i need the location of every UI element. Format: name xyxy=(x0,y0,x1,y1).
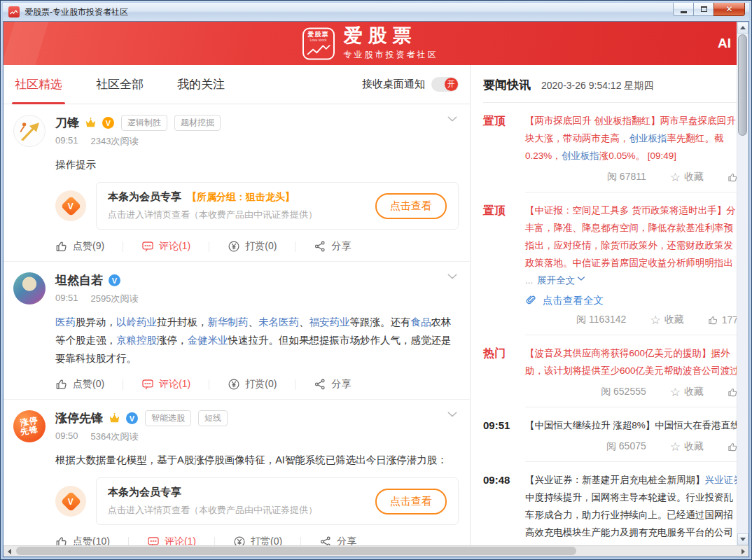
author-name[interactable]: 涨停先锋 xyxy=(55,410,103,426)
view-detail-button[interactable]: 点击查看 xyxy=(375,193,447,219)
news-link[interactable]: 创业板指 xyxy=(562,150,599,161)
member-title: 本条为会员专享 xyxy=(108,486,181,499)
news-text: 丰富，降准、降息都有空间，降低存款基准利率预 xyxy=(525,223,733,233)
stock-link[interactable]: 食品 xyxy=(411,316,431,328)
member-desc: 点击进入详情页查看（本收费产品由中讯证券提供） xyxy=(108,209,368,221)
minimize-button[interactable] xyxy=(673,3,694,16)
share-icon xyxy=(314,378,326,391)
news-link[interactable]: 兴业证券 xyxy=(705,475,737,485)
author-name[interactable]: 坦然自若 xyxy=(55,272,103,288)
vertical-scroll-track[interactable] xyxy=(737,34,748,533)
favorite-button[interactable]: ☆收藏 xyxy=(670,386,704,398)
action-label: 评论(1) xyxy=(159,378,190,391)
comment-button[interactable]: 评论(1) xyxy=(141,378,190,391)
yen-button[interactable]: 打赏(0) xyxy=(228,378,277,391)
favorite-label: 收藏 xyxy=(684,386,704,398)
news-item: 置顶【中证报：空间足工具多 货币政策将适时出手】分丰富，降准、降息都有空间，降低… xyxy=(483,192,737,335)
stock-link[interactable]: 京粮控股 xyxy=(116,335,157,346)
view-full-link[interactable]: 点击查看全文 xyxy=(525,294,737,307)
thumbs-up-button[interactable]: 点赞(9) xyxy=(55,240,104,253)
maximize-icon xyxy=(701,6,707,12)
scroll-right-button[interactable] xyxy=(737,546,748,556)
post-text: 等跟涨。还有 xyxy=(350,316,411,328)
member-desc: 点击进入详情页查看（本收费产品由中讯证券提供） xyxy=(108,504,368,517)
author-name[interactable]: 刀锋 xyxy=(55,115,79,131)
stock-link[interactable]: 医药 xyxy=(55,316,76,328)
stock-link[interactable]: 新华制药 xyxy=(208,316,249,328)
share-button[interactable]: 分享 xyxy=(319,536,356,545)
app-logo: 爱股票 Love stock xyxy=(302,27,335,59)
news-text: 政策落地。中信证券首席固定收益分析师明明指出 xyxy=(525,258,733,268)
v-badge-blue: V xyxy=(109,274,120,286)
comment-button[interactable]: 评论(1) xyxy=(141,240,190,253)
yen-button[interactable]: 打赏(0) xyxy=(228,240,277,253)
scroll-up-button[interactable] xyxy=(737,22,748,34)
post-body: 医药股异动，以岭药业拉升封板，新华制药、未名医药、福安药业等跟涨。还有食品农林等… xyxy=(55,313,459,368)
horizontal-scrollbar[interactable] xyxy=(4,545,748,556)
yen-button[interactable]: 打赏(0) xyxy=(233,536,282,545)
toggle-on-knob: 开 xyxy=(445,78,458,91)
chevron-down-icon[interactable] xyxy=(446,270,459,286)
tab-2[interactable]: 社区全部 xyxy=(96,65,144,104)
stock-link[interactable]: 金健米业 xyxy=(188,335,228,346)
news-like-button[interactable] xyxy=(727,442,737,452)
avatar[interactable] xyxy=(13,272,46,304)
vertical-scrollbar[interactable] xyxy=(737,22,748,545)
stock-link[interactable]: 以岭药业 xyxy=(116,316,157,328)
link-icon xyxy=(525,294,536,307)
action-label: 分享 xyxy=(331,378,351,391)
titlebar[interactable]: 爱股票-专业股市投资者社区 ✕ xyxy=(3,3,749,21)
horizontal-scroll-track[interactable] xyxy=(15,546,737,556)
member-card: V本条为会员专享点击进入详情页查看（本收费产品由中讯证券提供）点击查看 xyxy=(55,477,459,525)
action-divider xyxy=(123,379,123,390)
chevron-down-icon[interactable] xyxy=(446,113,459,128)
favorite-button[interactable]: ☆收藏 xyxy=(670,171,704,183)
favorite-button[interactable]: ☆收藏 xyxy=(670,440,704,453)
favorite-label: 收藏 xyxy=(684,440,704,453)
news-link[interactable]: 创业板指 xyxy=(629,133,667,144)
news-text-line: 高效充电模块生产能力及拥有充电服务平台的公司 xyxy=(525,524,737,541)
action-label: 点赞(10) xyxy=(73,536,110,545)
notify-toggle[interactable]: 开 xyxy=(431,77,459,92)
favorite-button[interactable]: ☆收藏 xyxy=(650,314,683,326)
news-like-button[interactable] xyxy=(727,172,737,183)
stock-link[interactable]: 福安药业 xyxy=(309,316,350,328)
post-text: 根据大数据量化模型，基于A股涨停股画像特征，AI智能系统已筛选出今日涨停潜力股： xyxy=(55,454,447,465)
header-ai-label[interactable]: AI xyxy=(718,36,731,51)
chevron-down-icon[interactable] xyxy=(446,408,459,424)
share-button[interactable]: 分享 xyxy=(314,240,351,253)
horizontal-scroll-thumb[interactable] xyxy=(16,547,576,555)
tab-3[interactable]: 我的关注 xyxy=(177,65,225,104)
news-like-button[interactable]: 177 xyxy=(708,314,737,326)
avatar[interactable] xyxy=(13,115,46,147)
news-item: 09:48【兴业证券：新基建开启充电桩全新周期】兴业证券中度持续提升，国网将主导… xyxy=(483,462,737,545)
scroll-down-button[interactable] xyxy=(737,533,748,545)
news-text: 【波音及其供应商将获得600亿美元的援助】据外 xyxy=(525,348,730,358)
news-text-line: 丰富，降准、降息都有空间，降低存款基准利率预 xyxy=(525,219,737,237)
news-list: 置顶【两市探底回升 创业板指翻红】两市早盘探底回升，块大涨，带动两市走高，创业板… xyxy=(483,103,737,545)
expand-full-link[interactable]: 展开全文 xyxy=(537,272,575,289)
news-read-count: 阅 65075 xyxy=(606,440,646,453)
news-text: 高效充电模块生产能力及拥有充电服务平台的公司 xyxy=(525,527,733,538)
post: 涨停先锋涨停先锋V智能选股短线09:505364次阅读根据大数据量化模型，基于A… xyxy=(4,400,470,545)
stock-link[interactable]: 未名医药 xyxy=(258,316,299,328)
thumbs-up-button[interactable]: 点赞(0) xyxy=(55,378,104,391)
scroll-left-button[interactable] xyxy=(4,546,15,556)
close-button[interactable]: ✕ xyxy=(713,3,745,16)
action-divider xyxy=(214,537,215,545)
share-button[interactable]: 分享 xyxy=(314,378,351,391)
avatar[interactable]: 涨停先锋 xyxy=(13,410,46,442)
thumbs-up-button[interactable]: 点赞(10) xyxy=(55,536,110,545)
vertical-scroll-thumb[interactable] xyxy=(738,34,747,136)
close-icon: ✕ xyxy=(725,4,732,14)
comment-button[interactable]: 评论(1) xyxy=(147,536,196,545)
news-text: 【中证报：空间足工具多 货币政策将适时出手】分 xyxy=(525,205,736,216)
news-header: 要闻快讯 2020-3-26 9:54:12 星期四 xyxy=(483,65,737,103)
chevron-down-icon[interactable] xyxy=(576,272,586,289)
maximize-button[interactable] xyxy=(693,3,714,16)
view-full-label: 点击查看全文 xyxy=(543,294,604,307)
post-text: 操作提示 xyxy=(55,159,96,170)
news-like-button[interactable] xyxy=(727,387,737,398)
tab-1[interactable]: 社区精选 xyxy=(15,65,62,104)
view-detail-button[interactable]: 点击查看 xyxy=(375,489,447,514)
